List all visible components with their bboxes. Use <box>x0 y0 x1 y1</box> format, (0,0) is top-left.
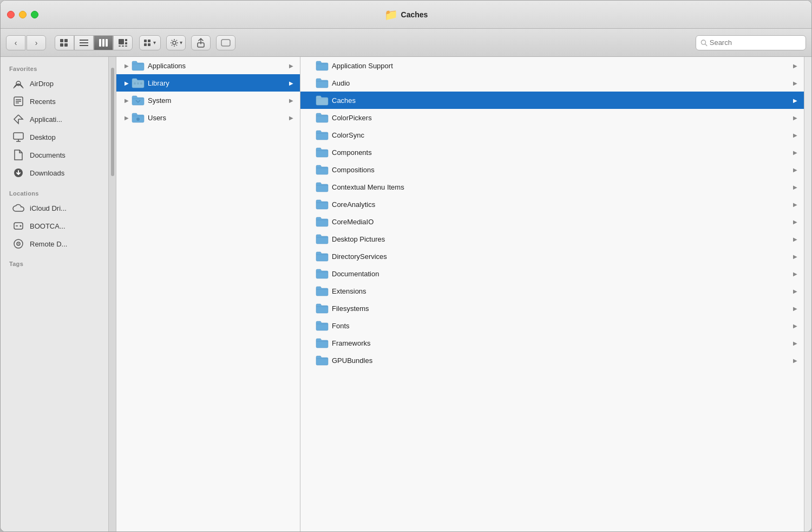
share-button[interactable] <box>191 35 211 50</box>
traffic-lights <box>7 11 38 18</box>
close-button[interactable] <box>7 11 15 18</box>
action-button[interactable]: ▾ <box>166 35 186 50</box>
sidebar-item-airdrop[interactable]: AirDrop <box>4 75 105 92</box>
sidebar-scrollbar[interactable] <box>109 57 116 531</box>
table-row[interactable]: Fonts ▶ <box>300 317 804 334</box>
table-row[interactable]: DirectoryServices ▶ <box>300 248 804 265</box>
row-arrow-icon: ▶ <box>793 306 797 312</box>
expand-arrow-icon <box>307 79 315 87</box>
desktop-icon <box>12 131 24 143</box>
svg-rect-15 <box>125 46 127 47</box>
column-2: Application Support ▶ Audio ▶ <box>300 57 804 531</box>
sidebar-item-icloud[interactable]: iCloud Dri... <box>4 199 105 217</box>
svg-rect-34 <box>14 223 23 229</box>
table-row[interactable]: ▶ System ▶ <box>116 92 300 109</box>
folder-icon <box>316 60 329 71</box>
table-row[interactable]: Contextual Menu Items ▶ <box>300 178 804 196</box>
row-arrow-icon: ▶ <box>793 219 797 225</box>
table-row[interactable]: Documentation ▶ <box>300 265 804 282</box>
table-row[interactable]: Application Support ▶ <box>300 57 804 74</box>
row-arrow-icon: ▶ <box>793 63 797 69</box>
maximize-button[interactable] <box>31 11 38 18</box>
svg-point-35 <box>20 225 22 227</box>
expand-arrow-icon <box>307 322 315 329</box>
nav-forward-button[interactable]: › <box>27 35 46 50</box>
gallery-icon <box>119 39 127 47</box>
right-scrollbar[interactable] <box>804 57 811 531</box>
file-name-applications: Applications <box>148 62 289 70</box>
table-row[interactable]: Frameworks ▶ <box>300 334 804 352</box>
view-column-button[interactable] <box>94 35 113 50</box>
tags-section-label: Tags <box>9 257 100 267</box>
table-row[interactable]: ColorPickers ▶ <box>300 109 804 126</box>
row-arrow-icon: ▶ <box>793 236 797 242</box>
table-row[interactable]: Caches ▶ <box>300 92 804 109</box>
minimize-button[interactable] <box>19 11 27 18</box>
arrange-button[interactable]: ▾ <box>139 35 161 50</box>
folder-icon <box>316 355 329 366</box>
arrange-grid-icon <box>144 40 152 46</box>
svg-rect-1 <box>64 39 68 42</box>
table-row[interactable]: ▶ Applications ▶ <box>116 57 300 74</box>
sidebar-item-remote[interactable]: Remote D... <box>4 235 105 252</box>
row-arrow-icon: ▶ <box>289 63 293 69</box>
file-name-coremediaio: CoreMediaIO <box>332 218 793 226</box>
arrange-chevron-icon: ▾ <box>153 40 156 46</box>
folder-icon <box>316 251 329 262</box>
folder-icon <box>316 181 329 192</box>
sidebar-item-bootcamp[interactable]: BOOTCA... <box>4 217 105 235</box>
tags-section: Tags <box>1 253 108 269</box>
row-arrow-icon: ▶ <box>793 98 797 103</box>
expand-arrow-icon <box>307 270 315 277</box>
nav-back-button[interactable]: ‹ <box>6 35 25 50</box>
table-row[interactable]: ▶ Library ▶ <box>116 74 300 92</box>
sidebar-item-icloud-label: iCloud Dri... <box>30 204 67 212</box>
folder-icon <box>316 338 329 348</box>
table-row[interactable]: Extensions ▶ <box>300 282 804 300</box>
file-name-users: Users <box>148 114 289 122</box>
svg-rect-3 <box>64 43 68 47</box>
table-row[interactable]: CoreAnalytics ▶ <box>300 196 804 213</box>
svg-point-43 <box>136 118 140 121</box>
expand-arrow-icon <box>307 131 315 139</box>
expand-arrow-icon: ▶ <box>123 79 130 87</box>
table-row[interactable]: GPUBundles ▶ <box>300 352 804 369</box>
table-row[interactable]: Compositions ▶ <box>300 161 804 178</box>
finder-window: 📁 Caches ‹ › <box>0 0 812 532</box>
file-name-contextual-menu-items: Contextual Menu Items <box>332 183 793 191</box>
sidebar-item-desktop[interactable]: Desktop <box>4 128 105 146</box>
sidebar-scrollbar-thumb[interactable] <box>111 68 114 176</box>
expand-arrow-icon <box>307 166 315 173</box>
table-row[interactable]: ColorSync ▶ <box>300 126 804 144</box>
table-row[interactable]: ▶ Users ▶ <box>116 109 300 126</box>
folder-icon <box>316 216 329 227</box>
folder-icon <box>316 268 329 279</box>
view-gallery-button[interactable] <box>113 35 133 50</box>
svg-rect-14 <box>122 46 124 47</box>
view-buttons <box>55 35 133 50</box>
search-box[interactable] <box>696 35 806 50</box>
file-name-directoryservices: DirectoryServices <box>332 252 793 261</box>
tag-button[interactable] <box>216 35 235 50</box>
search-input[interactable] <box>710 38 801 47</box>
sidebar-item-recents[interactable]: Recents <box>4 93 105 110</box>
svg-rect-17 <box>148 40 150 42</box>
sidebar-item-applications[interactable]: Applicati... <box>4 111 105 128</box>
sidebar-item-documents[interactable]: Documents <box>4 146 105 164</box>
sidebar-item-downloads[interactable]: Downloads <box>4 164 105 181</box>
table-row[interactable]: CoreMediaIO ▶ <box>300 213 804 230</box>
table-row[interactable]: Filesystems ▶ <box>300 300 804 317</box>
svg-rect-6 <box>80 45 88 46</box>
view-icon-button[interactable] <box>55 35 74 50</box>
table-row[interactable]: Components ▶ <box>300 144 804 161</box>
sidebar-item-recents-label: Recents <box>30 98 56 106</box>
view-list-button[interactable] <box>74 35 94 50</box>
table-row[interactable]: Audio ▶ <box>300 74 804 92</box>
row-arrow-icon: ▶ <box>793 115 797 121</box>
table-row[interactable]: Desktop Pictures ▶ <box>300 230 804 248</box>
window-title: Caches <box>401 10 428 19</box>
recents-icon <box>12 95 24 107</box>
sidebar-item-desktop-label: Desktop <box>30 133 56 141</box>
svg-rect-7 <box>99 39 101 47</box>
folder-icon <box>316 95 329 106</box>
